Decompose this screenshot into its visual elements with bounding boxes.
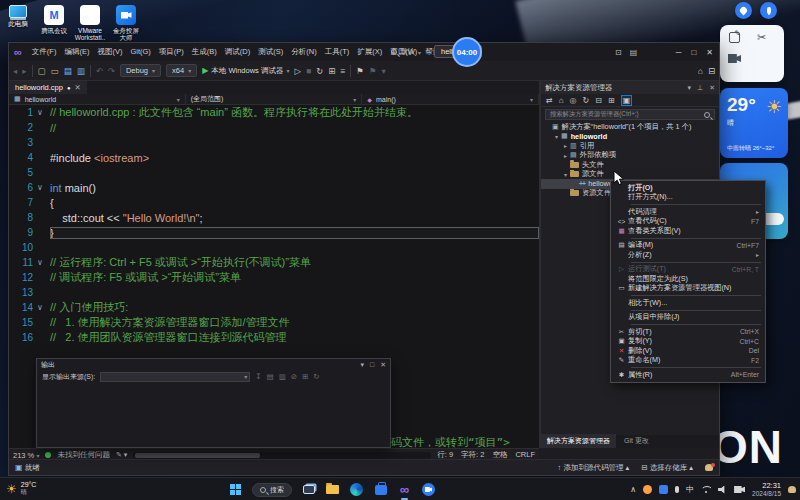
back-icon[interactable]: ◂ [13,66,17,76]
menu-item-将范围限定为此(S)[interactable]: 将范围限定为此(S) [611,274,765,284]
fold-marker-icon[interactable]: ∨ [37,183,50,192]
panel-tab-解决方案资源管理器[interactable]: 解决方案资源管理器 [541,434,616,448]
project-dropdown[interactable]: ▦helloworld▾ [9,94,186,104]
undo-icon[interactable]: ↶ [96,66,103,76]
platform-dropdown[interactable]: x64▾ [166,64,197,77]
refresh-icon[interactable]: ↻ [313,372,319,381]
menu-编辑(E)[interactable]: 编辑(E) [60,45,93,59]
scope-dropdown[interactable]: (全局范围)▾ [186,94,363,104]
mic-button[interactable] [760,2,777,19]
recording-timer[interactable]: 04:00 [452,37,482,67]
notifications-bell-icon[interactable] [705,464,713,471]
background-tasks-icon[interactable]: ▣ [15,463,23,472]
bookmark-prev-icon[interactable]: ⚑ [369,66,377,76]
properties-icon[interactable]: ⊞ [608,96,615,105]
menu-item-分析(Z)[interactable]: 分析(Z)▸ [611,250,765,260]
list-icon[interactable]: ≡ [340,66,345,76]
meeting-button[interactable] [421,482,436,497]
tree-item-引用[interactable]: ▸▥引用 [541,141,719,151]
taskbar-search[interactable]: 搜索 [252,483,292,497]
add-to-source-control-button[interactable]: ↑ 添加到源代码管理 ▴ [558,463,630,473]
code-line-7[interactable]: 7{ [9,195,539,210]
forward-icon[interactable]: ▸ [22,66,26,76]
home-icon[interactable]: ⌂ [698,66,703,76]
menu-item-剪切(T)[interactable]: ✂剪切(T)Ctrl+X [611,327,765,337]
code-line-8[interactable]: 8 std::cout << "Hello World!\n"; [9,210,539,225]
tray-app-icon[interactable] [643,485,652,494]
code-line-11[interactable]: 11∨// 运行程序: Ctrl + F5 或调试 >“开始执行(不调试)”菜单 [9,255,539,270]
title-search[interactable]: 默认 ▾ [391,47,421,57]
start-button[interactable] [228,482,243,497]
menu-item-删除(V)[interactable]: ✕删除(V)Del [611,346,765,356]
file-explorer-button[interactable] [325,482,340,497]
fold-marker-icon[interactable]: ∨ [37,108,50,117]
code-line-9[interactable]: 9} [9,225,539,240]
tray-camera-icon[interactable] [734,486,745,493]
open-folder-icon[interactable]: ▭ [51,66,59,76]
pin-icon[interactable]: ⊥ [697,84,703,92]
code-line-1[interactable]: 1∨// helloworld.cpp : 此文件包含 “main” 函数。程序… [9,105,539,120]
menu-测试(S)[interactable]: 测试(S) [254,45,287,59]
word-wrap-icon[interactable]: ▥ [279,372,286,381]
autoscroll-icon[interactable]: ⊘ [291,372,297,381]
menu-item-查看代码(C)[interactable]: <>查看代码(C)F7 [611,217,765,227]
code-line-4[interactable]: 4#include <iostream> [9,150,539,165]
close-icon[interactable]: ✕ [380,361,386,369]
pending-changes-icon[interactable]: ◎ [570,96,577,105]
desktop-icon-4[interactable]: 金舟投屏大师 [110,5,142,42]
close-button[interactable]: ✕ [706,48,713,57]
menu-item-属性(R)[interactable]: ✱属性(R)Alt+Enter [611,370,765,380]
visual-studio-button[interactable]: ∞ [397,482,412,497]
menu-工具(T)[interactable]: 工具(T) [321,45,354,59]
dropdown-icon[interactable]: ▾ [360,361,364,369]
expand-icon[interactable]: ▾ [553,133,560,140]
menu-item-打开方式(N)...[interactable]: 打开方式(N)... [611,193,765,203]
run-debug-button[interactable]: ▶ 本地 Windows 调试器 ▾ [202,66,289,76]
menu-调试(D)[interactable]: 调试(D) [221,45,254,59]
windows-icon[interactable]: ⊞ [328,66,335,76]
tree-item-解决方案“helloworld”(1 个项目，共 1 个)[interactable]: ▣解决方案“helloworld”(1 个项目，共 1 个) [541,122,719,132]
taskbar-widgets-button[interactable]: ☀ 29°C晴 [6,481,36,497]
dropdown-icon[interactable]: ▾ [382,66,386,76]
ime-indicator[interactable]: 中 [686,484,694,495]
goto-message-icon[interactable]: ↧ [255,372,261,381]
save-icon[interactable]: ▤ [64,66,72,76]
code-line-6[interactable]: 6∨int main() [9,180,539,195]
solution-explorer-search[interactable]: 搜索解决方案资源管理器(Ctrl+;) [545,109,715,120]
menu-item-代码清理[interactable]: 代码清理▸ [611,207,765,217]
home-icon[interactable]: ⌂ [559,96,564,105]
location-button[interactable] [735,2,752,19]
new-project-icon[interactable]: ▢ [38,66,46,76]
expand-icon[interactable]: ▸ [562,152,569,159]
bookmark-icon[interactable]: ⚑ [356,66,364,76]
layout-icon[interactable]: ▤ [630,48,638,57]
repo-picker-button[interactable]: ⊟ 选择存储库 ▴ [641,463,693,473]
tray-mic-icon[interactable] [675,486,679,493]
task-view-button[interactable] [301,482,316,497]
tree-item-头文件[interactable]: 头文件 [541,160,719,170]
desktop-icon-2[interactable]: M腾讯会议 [38,5,70,42]
record-button[interactable] [728,52,741,65]
notification-bell-icon[interactable] [788,486,796,493]
tab-helloworld-cpp[interactable]: helloworld.cpp ● ✕ [9,81,87,94]
code-line-16[interactable]: 16// 2. 使用团队资源管理器窗口连接到源代码管理 [9,330,539,345]
weather-widget[interactable]: 29° ☀ 晴 中雨转晴 26°~32° [720,88,788,158]
stop-icon[interactable]: ■ [306,66,311,76]
store-button[interactable] [373,482,388,497]
snip-button[interactable]: ✂ [755,31,768,44]
tab-close-icon[interactable]: ✕ [75,83,81,92]
code-line-5[interactable]: 5 [9,165,539,180]
toggle-icon[interactable]: ⊞ [302,372,308,381]
menu-item-打开(O)[interactable]: 打开(O) [611,183,765,193]
speaker-icon[interactable] [718,486,727,494]
refresh-icon[interactable]: ↻ [316,66,323,76]
desktop-icon-1[interactable]: 此电脑 [2,5,34,42]
menu-分析(N)[interactable]: 分析(N) [287,45,320,59]
menu-item-查看类关系图(V)[interactable]: ▦查看类关系图(V) [611,226,765,236]
menu-item-从项目中排除(J)[interactable]: 从项目中排除(J) [611,313,765,323]
menu-扩展(X)[interactable]: 扩展(X) [353,45,386,59]
switch-views-icon[interactable]: ⇄ [546,96,553,105]
save-all-icon[interactable]: ▥ [77,66,85,76]
menu-item-重命名(M)[interactable]: ✎重命名(M)F2 [611,356,765,366]
clock[interactable]: 22:31 2024/8/15 [752,481,781,498]
